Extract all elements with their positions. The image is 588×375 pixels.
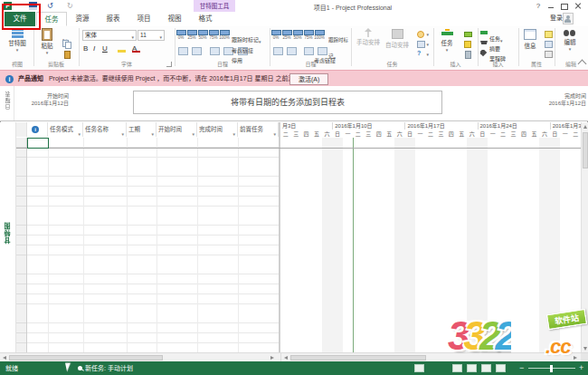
restore-button[interactable] [557, 1, 570, 11]
zoom-in-button[interactable]: + [579, 361, 583, 375]
tab-2[interactable]: 资源 [67, 12, 98, 26]
zoom-out-button[interactable]: − [519, 361, 524, 375]
tab-1[interactable]: 任务 [36, 12, 67, 26]
selected-cell[interactable] [27, 138, 49, 149]
filter-caret-icon[interactable]: ▼ [121, 128, 125, 137]
progress-100%-button[interactable]: 100% [314, 29, 325, 40]
column-header-3[interactable]: 工期▼ [127, 122, 156, 137]
filter-caret-icon[interactable]: ▼ [232, 128, 236, 137]
font-name-select[interactable]: 宋体▾ [82, 30, 137, 41]
scrollbar-thumb[interactable] [9, 355, 163, 361]
view-shortcut-task-usage-icon[interactable] [452, 364, 462, 372]
format-painter-icon[interactable] [62, 49, 72, 59]
new-tasks-mode[interactable]: 新任务: 手动计划 [85, 361, 133, 375]
insert-row-icon[interactable] [462, 29, 473, 39]
progress-50%-button[interactable]: 50% [197, 29, 208, 40]
delete-task-icon[interactable] [462, 49, 473, 59]
task-details-icon[interactable] [543, 39, 554, 49]
zoom-slider-thumb[interactable] [550, 365, 553, 372]
view-shortcut-report-icon[interactable] [496, 364, 506, 372]
column-header-6[interactable]: 前置任务▼ [238, 122, 279, 137]
scroll-down-button[interactable] [582, 343, 588, 352]
scroll-left-button[interactable] [284, 356, 288, 360]
row-header-column[interactable] [16, 138, 27, 352]
column-header-5[interactable]: 完成时间▼ [197, 122, 238, 137]
move-task-left-icon[interactable] [273, 47, 283, 55]
highlight-color-button[interactable] [118, 46, 126, 53]
copy-icon[interactable] [62, 39, 72, 49]
timescale-week-label: 2016年1月17日 [404, 122, 477, 130]
redo-icon[interactable]: ↻ [67, 2, 73, 10]
font-color-button[interactable]: A [132, 44, 140, 53]
filter-caret-icon[interactable]: ▼ [273, 128, 277, 137]
ribbon-group-properties: 信息 属性 [519, 26, 554, 70]
activate-button[interactable]: 激活(A) [289, 73, 328, 85]
gantt-table-body[interactable] [16, 138, 279, 352]
column-gridline [156, 138, 157, 352]
task-notes-icon[interactable] [543, 29, 554, 39]
scroll-right-button[interactable] [270, 356, 274, 360]
column-header-1[interactable]: 任务模式▼ [48, 122, 83, 137]
help-button[interactable]: ? [532, 1, 545, 11]
scroll-to-task-icon[interactable] [462, 39, 473, 49]
split-task-icon[interactable] [210, 47, 220, 55]
underline-button[interactable]: U [102, 44, 108, 53]
scroll-right-button[interactable] [574, 356, 577, 360]
split-task-icon[interactable] [304, 47, 314, 55]
progress-25%-button[interactable]: 25% [281, 29, 292, 40]
view-shortcut-resource-sheet-icon[interactable] [481, 364, 491, 372]
filter-caret-icon[interactable]: ▼ [78, 128, 81, 137]
progress-100%-button[interactable]: 100% [219, 29, 230, 40]
inspect-task-icon[interactable]: ▾ [415, 29, 426, 39]
timescale-day-label: 日 [478, 130, 488, 138]
scroll-up-button[interactable] [582, 122, 588, 131]
view-shortcut-gantt-icon[interactable] [414, 364, 424, 372]
scrollbar-thumb[interactable] [290, 355, 426, 361]
italic-button[interactable]: I [93, 44, 95, 53]
tab-3[interactable]: 报表 [98, 12, 128, 26]
manually-schedule-button[interactable]: 手动安排 [354, 28, 383, 46]
minimize-button[interactable] [545, 1, 557, 11]
tab-6[interactable]: 格式 [190, 12, 221, 26]
column-header-2[interactable]: 任务名称▼ [83, 122, 127, 137]
close-button[interactable] [572, 1, 584, 11]
timeline-pane[interactable]: 日程表 开始时间2016年1月12日 将带有日期的任务添加到日程表 完成时间20… [0, 86, 588, 121]
filter-caret-icon[interactable]: ▼ [192, 128, 195, 137]
move-task-right-icon[interactable] [287, 47, 297, 55]
view-shortcut-team-planner-icon[interactable] [467, 364, 477, 372]
timeline-add-tasks-hint[interactable]: 将带有日期的任务添加到日程表 [133, 91, 442, 114]
task-information-button[interactable]: 信息 [520, 28, 540, 50]
column-header-4[interactable]: 开始时间▼ [156, 122, 197, 137]
progress-0%-button[interactable]: 0% [270, 29, 281, 40]
tab-4[interactable]: 项目 [128, 12, 159, 26]
avatar[interactable] [563, 13, 574, 24]
scrollbar-thumb[interactable] [583, 132, 588, 168]
progress-75%-button[interactable]: 75% [303, 29, 314, 40]
weekend-shading [539, 138, 549, 352]
editing-button[interactable]: 编辑▾ [557, 28, 583, 52]
progress-25%-button[interactable]: 25% [186, 29, 197, 40]
add-to-timeline-icon[interactable] [543, 49, 554, 59]
ribbon-group-font: 宋体▾ 11▾ B I U A 字体 [80, 26, 174, 70]
move-task-right-icon[interactable] [192, 47, 202, 55]
paste-button[interactable]: 粘贴▾ [36, 28, 58, 55]
sign-in-link[interactable]: 登录 [550, 13, 563, 22]
gantt-chart-body[interactable] [280, 138, 581, 352]
progress-50%-button[interactable]: 50% [292, 29, 303, 40]
tab-5[interactable]: 视图 [159, 12, 190, 26]
insert-task-button[interactable]: 任务▾ [435, 28, 459, 53]
vertical-scrollbar[interactable] [581, 122, 588, 352]
font-size-select[interactable]: 11▾ [138, 30, 165, 41]
filter-caret-icon[interactable]: ▼ [151, 128, 155, 137]
cut-icon[interactable]: ✂ [62, 29, 72, 39]
auto-schedule-button[interactable]: 自动安排 [383, 28, 412, 49]
gantt-chart-button[interactable]: 甘特图▾ [4, 28, 31, 53]
scroll-left-button[interactable] [3, 356, 6, 360]
move-task-icon[interactable]: ▾ [415, 39, 426, 49]
undo-icon[interactable]: ↺ [47, 2, 53, 10]
progress-0%-button[interactable]: 0% [175, 29, 186, 40]
bold-button[interactable]: B [83, 44, 88, 53]
progress-75%-button[interactable]: 75% [208, 29, 219, 40]
move-task-left-icon[interactable] [178, 47, 188, 55]
task-mode-icon[interactable]: ?▾ [415, 49, 426, 59]
